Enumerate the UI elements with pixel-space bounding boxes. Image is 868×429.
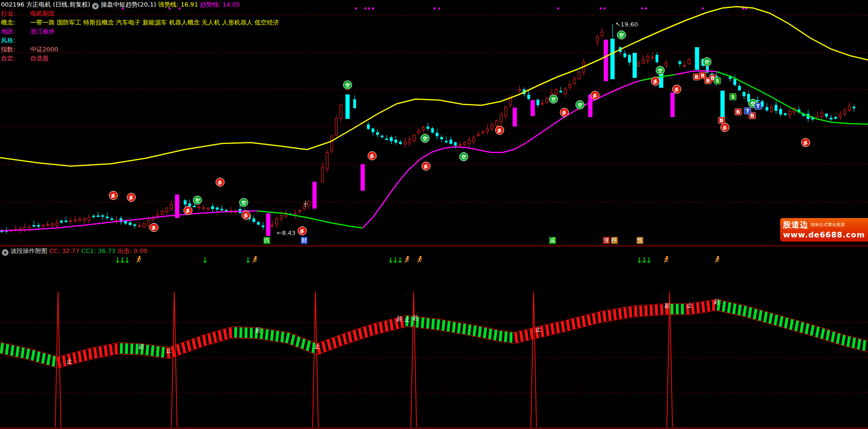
watermark-url[interactable]: www.de6688.com: [780, 230, 868, 239]
sell-arrow-icon: ↓: [646, 256, 652, 265]
candlestick: [212, 206, 214, 209]
candlestick: [202, 208, 204, 209]
ribbon-bar: [297, 336, 299, 347]
info-label: 地区:: [1, 28, 30, 35]
trend-line-value: 趋势线: 14.05: [200, 1, 240, 8]
short-signal-icon-char: 空: [578, 102, 582, 108]
indicator-name[interactable]: 操盘中短趋势(20,1): [101, 1, 156, 8]
big-move-candle: [266, 213, 271, 236]
stock-title: 002196 方正电机 (日线.前复权): [1, 1, 90, 8]
candlestick: [536, 100, 539, 105]
candlestick: [665, 63, 667, 66]
trading-app-window: { "header": { "stock_title": "002196 方正电…: [0, 0, 868, 429]
candlestick: [780, 109, 782, 115]
candlestick: [143, 224, 145, 227]
candlestick: [596, 37, 599, 42]
candlestick: [161, 211, 163, 214]
info-value[interactable]: 浙江板块: [30, 28, 55, 35]
ribbon-bar: [147, 345, 148, 355]
ribbon-bar: [599, 312, 600, 322]
watermark-brand: 股道边: [783, 219, 808, 230]
ribbon-bar: [817, 327, 818, 337]
ribbon-bar: [469, 325, 470, 335]
candlestick: [509, 98, 511, 105]
candlestick: [129, 223, 131, 225]
ribbon-bar: [864, 340, 865, 351]
top-signal-mark: [368, 8, 370, 9]
watermark-ad[interactable]: 股道边 指标公式量化资源 www.de6688.com: [780, 218, 868, 242]
candlestick: [111, 219, 113, 220]
ribbon-bar: [48, 354, 50, 365]
ribbon-bar: [132, 344, 132, 354]
ribbon-bar: [729, 303, 730, 313]
sub-indicator-values: CC: 32.77 CC1: 36.73 出击: 0.00: [49, 247, 147, 254]
event-badge[interactable]: 财: [301, 237, 307, 244]
ribbon-bar: [183, 343, 185, 353]
event-badge[interactable]: 榜: [611, 237, 618, 244]
candlestick: [848, 106, 851, 110]
ribbon-bar: [302, 338, 304, 349]
info-value[interactable]: 自选股: [30, 55, 49, 62]
chevron-down-icon[interactable]: ∨: [92, 3, 99, 9]
candlestick: [134, 225, 136, 226]
ribbon-bar: [490, 329, 491, 339]
info-row-3: 风格:: [1, 37, 30, 44]
ribbon-bar: [443, 320, 444, 331]
ribbon-bar: [58, 357, 60, 367]
long-signal-icon-char: 多: [723, 125, 727, 130]
candlestick: [147, 221, 150, 226]
ribbon-label: 止: [687, 302, 692, 309]
candlestick: [843, 110, 846, 114]
long-signal-icon-char: 多: [300, 228, 305, 234]
candlestick: [500, 114, 502, 122]
chevron-down-icon[interactable]: ∨: [2, 249, 9, 256]
ribbon-bar: [708, 301, 709, 311]
candlestick: [679, 62, 681, 64]
candlestick: [376, 133, 379, 135]
ribbon-bar: [641, 306, 641, 316]
ribbon-bar: [333, 337, 335, 348]
ribbon-bar: [291, 335, 294, 345]
ribbon-bar: [593, 313, 595, 324]
candlestick: [734, 79, 736, 85]
ribbon-label: 止: [404, 316, 410, 323]
trade-badge-letter: B: [720, 118, 723, 124]
peak-price-label: ↖19.60: [615, 21, 638, 28]
ribbon-bar: [567, 320, 569, 330]
ribbon-bar: [224, 329, 226, 339]
candlestick: [821, 113, 823, 117]
ribbon-bar: [74, 353, 76, 363]
ribbon-label: 起: [138, 343, 144, 350]
ribbon-label: 起: [255, 327, 261, 333]
big-move-candle: [695, 47, 699, 70]
event-badge[interactable]: 涨: [603, 237, 610, 244]
info-value[interactable]: 中证2000: [30, 46, 58, 53]
ribbon-bar: [806, 324, 808, 334]
info-label: 行业:: [1, 10, 30, 17]
runner-icon: [253, 256, 257, 262]
ribbon-bar: [90, 349, 91, 359]
ribbon-bar: [520, 331, 522, 342]
runner-icon: [418, 256, 422, 262]
ribbon-bar: [209, 334, 211, 344]
stock-chart-canvas[interactable]: ↖19.60←8.43多多多多多多多多多多多多多多多多空空空空空空空空空空空BB…: [0, 0, 868, 429]
short-signal-icon-char: 空: [423, 136, 427, 141]
info-value[interactable]: 电机制造: [30, 10, 55, 17]
ribbon-bar: [100, 346, 102, 357]
event-badge[interactable]: 减: [549, 237, 556, 244]
big-move-candle: [361, 164, 365, 191]
ribbon-bar: [770, 313, 772, 324]
indicator-field: CC: 32.77: [49, 247, 79, 254]
info-row-1: 概念:一带一路 国防军工 特斯拉概念 汽车电子 新能源车 机器人概念 无人机 人…: [1, 19, 279, 26]
ribbon-bar: [609, 310, 610, 320]
ribbon-bar: [344, 334, 346, 344]
long-signal-icon-char: 多: [111, 193, 116, 198]
sub-indicator-title[interactable]: 波段操作附图: [10, 247, 47, 254]
ribbon-bar: [464, 324, 465, 334]
info-value[interactable]: 一带一路 国防军工 特斯拉概念 汽车电子 新能源车 机器人概念 无人机 人形机器…: [30, 19, 279, 26]
event-badge[interactable]: 跌: [264, 237, 270, 244]
event-badge[interactable]: 预: [637, 237, 643, 244]
candlestick: [60, 221, 63, 222]
ribbon-bar: [27, 349, 29, 359]
candlestick: [404, 142, 406, 144]
